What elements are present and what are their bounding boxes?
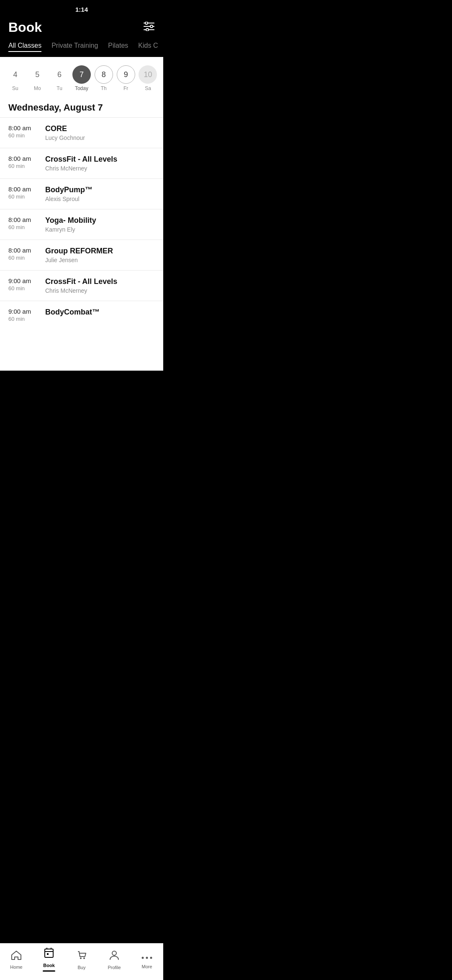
- class-info-0: CORE Lucy Gochnour: [45, 124, 155, 141]
- section-date: Wednesday, August 7: [0, 95, 163, 117]
- time-text-3: 8:00 am: [8, 216, 31, 223]
- class-info-3: Yoga- Mobility Kamryn Ely: [45, 216, 155, 233]
- duration-text-3: 60 min: [8, 224, 25, 230]
- date-item-10[interactable]: 10 Sa: [137, 65, 158, 91]
- class-time-0: 8:00 am 60 min: [8, 124, 39, 139]
- duration-text-6: 60 min: [8, 316, 25, 322]
- class-instructor-5: Chris McNerney: [45, 287, 155, 294]
- duration-text-2: 60 min: [8, 193, 25, 200]
- class-item-0[interactable]: 8:00 am 60 min CORE Lucy Gochnour: [0, 117, 163, 148]
- class-name-2: BodyPump™: [45, 186, 155, 194]
- class-time-5: 9:00 am 60 min: [8, 277, 39, 291]
- duration-text-4: 60 min: [8, 255, 25, 261]
- class-name-1: CrossFit - All Levels: [45, 155, 155, 164]
- date-day-6: Tu: [56, 85, 62, 91]
- class-time-4: 8:00 am 60 min: [8, 247, 39, 261]
- date-day-9: Fr: [123, 85, 128, 91]
- class-item-5[interactable]: 9:00 am 60 min CrossFit - All Levels Chr…: [0, 270, 163, 301]
- date-num-7: 7: [72, 65, 91, 84]
- date-item-6[interactable]: 6 Tu: [49, 65, 70, 91]
- time-text-4: 8:00 am: [8, 247, 31, 254]
- time-text-1: 8:00 am: [8, 155, 31, 162]
- status-time: 1:14: [75, 6, 88, 13]
- class-instructor-0: Lucy Gochnour: [45, 134, 155, 141]
- class-info-2: BodyPump™ Alexis Sproul: [45, 186, 155, 202]
- class-instructor-3: Kamryn Ely: [45, 226, 155, 233]
- class-time-3: 8:00 am 60 min: [8, 216, 39, 230]
- tabs-bar: All Classes Private Training Pilates Kid…: [0, 42, 163, 57]
- date-num-9: 9: [117, 65, 135, 84]
- class-name-5: CrossFit - All Levels: [45, 277, 155, 286]
- class-list: 8:00 am 60 min CORE Lucy Gochnour 8:00 a…: [0, 117, 163, 329]
- class-info-6: BodyCombat™: [45, 308, 155, 318]
- page-title: Book: [8, 20, 42, 35]
- duration-text-1: 60 min: [8, 163, 25, 169]
- date-day-5: Mo: [34, 85, 41, 91]
- status-bar: 1:14: [0, 0, 163, 15]
- header: Book: [0, 15, 163, 42]
- main-content: 4 Su 5 Mo 6 Tu 7 Today 8 Th 9 Fr 10 Sa W…: [0, 57, 163, 371]
- date-num-10: 10: [139, 65, 157, 84]
- class-item-6[interactable]: 9:00 am 60 min BodyCombat™: [0, 301, 163, 329]
- class-item-1[interactable]: 8:00 am 60 min CrossFit - All Levels Chr…: [0, 148, 163, 178]
- date-item-9[interactable]: 9 Fr: [116, 65, 136, 91]
- date-num-8: 8: [95, 65, 113, 84]
- tab-kids[interactable]: Kids C: [138, 42, 158, 52]
- class-time-2: 8:00 am 60 min: [8, 186, 39, 200]
- date-num-5: 5: [28, 65, 46, 84]
- svg-point-5: [146, 28, 149, 31]
- time-text-6: 9:00 am: [8, 308, 31, 315]
- class-name-4: Group REFORMER: [45, 247, 155, 255]
- tab-pilates[interactable]: Pilates: [108, 42, 128, 52]
- duration-text-0: 60 min: [8, 132, 25, 139]
- filter-icon[interactable]: [143, 22, 155, 34]
- class-instructor-1: Chris McNerney: [45, 165, 155, 172]
- date-day-4: Su: [12, 85, 18, 91]
- date-day-8: Th: [101, 85, 107, 91]
- class-item-4[interactable]: 8:00 am 60 min Group REFORMER Julie Jens…: [0, 240, 163, 270]
- date-scroll: 4 Su 5 Mo 6 Tu 7 Today 8 Th 9 Fr 10 Sa: [0, 57, 163, 95]
- time-text-2: 8:00 am: [8, 186, 31, 193]
- date-item-8[interactable]: 8 Th: [93, 65, 114, 91]
- date-item-5[interactable]: 5 Mo: [27, 65, 48, 91]
- class-name-3: Yoga- Mobility: [45, 216, 155, 225]
- class-name-0: CORE: [45, 124, 155, 133]
- date-day-10: Sa: [145, 85, 151, 91]
- duration-text-5: 60 min: [8, 285, 25, 291]
- class-info-5: CrossFit - All Levels Chris McNerney: [45, 277, 155, 294]
- date-item-4[interactable]: 4 Su: [5, 65, 26, 91]
- class-time-1: 8:00 am 60 min: [8, 155, 39, 169]
- svg-point-3: [145, 22, 148, 24]
- date-num-6: 6: [50, 65, 69, 84]
- svg-point-4: [150, 25, 153, 28]
- tab-all-classes[interactable]: All Classes: [8, 42, 41, 52]
- class-item-3[interactable]: 8:00 am 60 min Yoga- Mobility Kamryn Ely: [0, 209, 163, 240]
- class-item-2[interactable]: 8:00 am 60 min BodyPump™ Alexis Sproul: [0, 178, 163, 209]
- date-item-7[interactable]: 7 Today: [71, 65, 92, 91]
- time-text-5: 9:00 am: [8, 277, 31, 284]
- class-instructor-4: Julie Jensen: [45, 257, 155, 263]
- date-num-4: 4: [6, 65, 24, 84]
- class-instructor-2: Alexis Sproul: [45, 196, 155, 202]
- class-time-6: 9:00 am 60 min: [8, 308, 39, 322]
- class-info-1: CrossFit - All Levels Chris McNerney: [45, 155, 155, 172]
- class-info-4: Group REFORMER Julie Jensen: [45, 247, 155, 263]
- time-text-0: 8:00 am: [8, 124, 31, 132]
- class-name-6: BodyCombat™: [45, 308, 155, 317]
- date-day-7: Today: [75, 85, 88, 91]
- tab-private-training[interactable]: Private Training: [51, 42, 98, 52]
